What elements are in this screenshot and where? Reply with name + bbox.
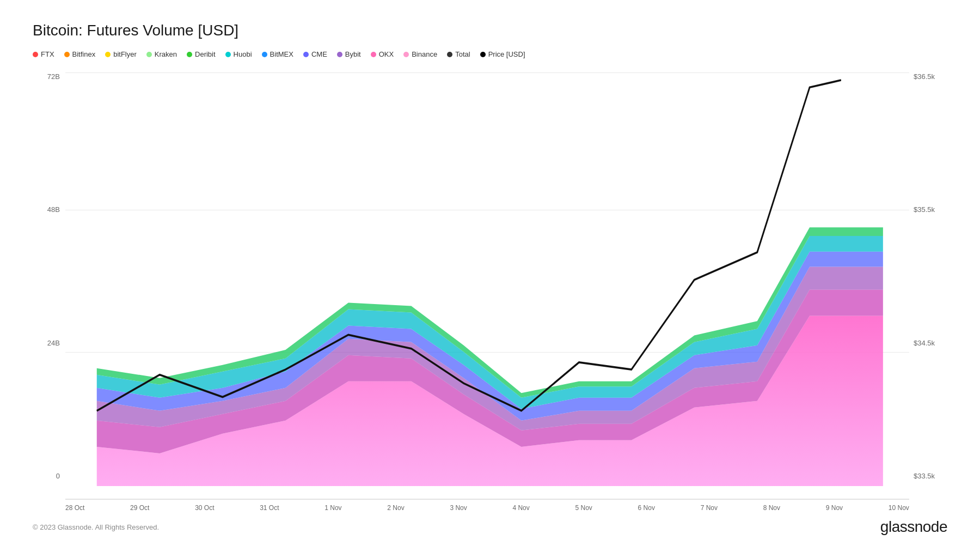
chart-area — [65, 67, 909, 500]
x-label-5nov: 5 Nov — [575, 504, 592, 512]
x-label-6nov: 6 Nov — [638, 504, 655, 512]
y-label-0: 0 — [33, 472, 65, 480]
y-axis-right: $36.5k $35.5k $34.5k $33.5k — [909, 67, 947, 500]
legend-label-bitflyer: bitFlyer — [113, 50, 137, 58]
legend-label-total: Total — [455, 50, 470, 58]
x-label-1nov: 1 Nov — [324, 504, 341, 512]
legend-dot-total — [447, 52, 452, 57]
copyright: © 2023 Glassnode. All Rights Reserved. — [33, 523, 159, 531]
x-axis: 28 Oct 29 Oct 30 Oct 31 Oct 1 Nov 2 Nov … — [65, 504, 909, 512]
x-label-30oct: 30 Oct — [195, 504, 214, 512]
y-label-48b: 48B — [33, 205, 65, 214]
brand-name: glassnode — [880, 518, 947, 536]
x-label-9nov: 9 Nov — [826, 504, 843, 512]
legend-item-bitfinex: Bitfinex — [64, 50, 96, 58]
legend-item-deribit: Deribit — [187, 50, 216, 58]
legend-label-cme: CME — [311, 50, 327, 58]
legend-dot-ftx — [33, 52, 38, 57]
legend-label-kraken: Kraken — [155, 50, 177, 58]
legend-item-bitmex: BitMEX — [262, 50, 293, 58]
x-label-3nov: 3 Nov — [450, 504, 467, 512]
legend-label-huobi: Huobi — [234, 50, 252, 58]
legend-item-ftx: FTX — [33, 50, 54, 58]
legend-dot-kraken — [146, 52, 152, 57]
legend-dot-bitflyer — [105, 52, 111, 57]
x-label-2nov: 2 Nov — [387, 504, 404, 512]
footer: © 2023 Glassnode. All Rights Reserved. g… — [33, 518, 947, 536]
legend-dot-bybit — [337, 52, 342, 57]
x-label-28oct: 28 Oct — [65, 504, 84, 512]
legend-item-cme: CME — [303, 50, 327, 58]
x-label-8nov: 8 Nov — [763, 504, 780, 512]
y-axis-left: 72B 48B 24B 0 — [33, 67, 65, 500]
legend-item-bitflyer: bitFlyer — [105, 50, 137, 58]
x-label-4nov: 4 Nov — [512, 504, 529, 512]
legend-label-bitfinex: Bitfinex — [72, 50, 96, 58]
legend-label-bitmex: BitMEX — [270, 50, 293, 58]
legend-item-okx: OKX — [371, 50, 394, 58]
legend-dot-okx — [371, 52, 376, 57]
legend-dot-cme — [303, 52, 309, 57]
y-right-label-3: $34.5k — [909, 339, 947, 347]
x-label-10nov: 10 Nov — [889, 504, 909, 512]
legend-label-ftx: FTX — [41, 50, 54, 58]
chart-legend: FTXBitfinexbitFlyerKrakenDeribitHuobiBit… — [33, 50, 947, 58]
y-right-label-1: $36.5k — [909, 72, 947, 81]
page-title: Bitcoin: Futures Volume [USD] — [33, 22, 947, 39]
legend-dot-price [usd] — [480, 52, 486, 57]
legend-item-kraken: Kraken — [146, 50, 177, 58]
legend-label-okx: OKX — [379, 50, 394, 58]
legend-dot-deribit — [187, 52, 192, 57]
legend-dot-bitmex — [262, 52, 267, 57]
x-label-7nov: 7 Nov — [701, 504, 718, 512]
x-label-31oct: 31 Oct — [260, 504, 279, 512]
legend-item-huobi: Huobi — [225, 50, 252, 58]
y-label-24b: 24B — [33, 339, 65, 347]
legend-item-bybit: Bybit — [337, 50, 361, 58]
legend-label-deribit: Deribit — [195, 50, 216, 58]
legend-dot-binance — [403, 52, 409, 57]
chart-svg — [65, 67, 909, 499]
legend-label-bybit: Bybit — [345, 50, 361, 58]
legend-label-price [usd]: Price [USD] — [488, 50, 525, 58]
x-label-29oct: 29 Oct — [130, 504, 149, 512]
y-label-72b: 72B — [33, 72, 65, 81]
legend-dot-bitfinex — [64, 52, 70, 57]
legend-item-price-[usd]: Price [USD] — [480, 50, 525, 58]
legend-item-binance: Binance — [403, 50, 437, 58]
y-right-label-2: $35.5k — [909, 205, 947, 214]
y-right-label-4: $33.5k — [909, 472, 947, 480]
legend-item-total: Total — [447, 50, 470, 58]
legend-dot-huobi — [225, 52, 231, 57]
legend-label-binance: Binance — [412, 50, 437, 58]
